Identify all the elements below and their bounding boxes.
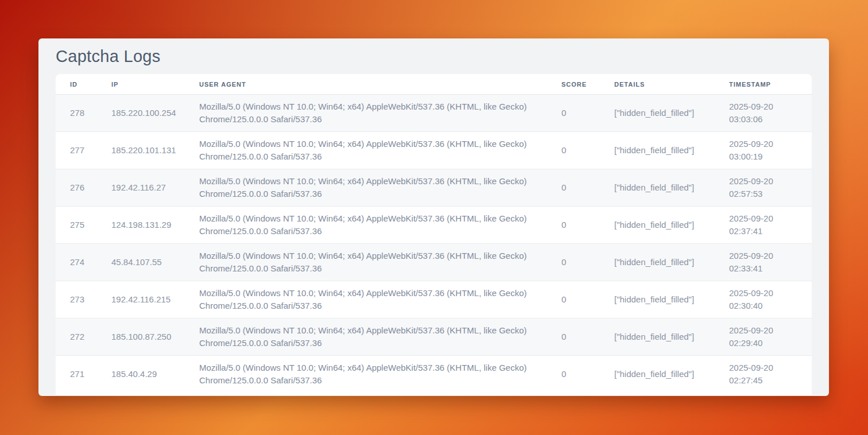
column-header-timestamp: TIMESTAMP [729,74,812,95]
cell-ip: 185.40.4.29 [111,356,199,393]
cell-timestamp: 2025-09-20 02:57:53 [729,169,812,207]
cell-details: ["hidden_field_filled"] [614,207,729,244]
table-row: 275 124.198.131.29 Mozilla/5.0 (Windows … [56,207,812,244]
cell-id: 273 [56,281,111,319]
cell-id: 271 [56,356,111,393]
cell-user-agent: Mozilla/5.0 (Windows NT 10.0; Win64; x64… [199,207,561,244]
cell-ip: 185.220.101.131 [111,132,199,169]
cell-ip: 185.100.87.250 [111,319,199,356]
table-body: 278 185.220.100.254 Mozilla/5.0 (Windows… [56,95,812,393]
cell-timestamp: 2025-09-20 02:30:40 [729,281,812,319]
cell-user-agent: Mozilla/5.0 (Windows NT 10.0; Win64; x64… [199,244,561,281]
cell-score: 0 [561,207,614,244]
captcha-logs-card: Captcha Logs IDIPUSER AGENTSCOREDETAILST… [38,38,829,396]
cell-id: 274 [56,244,111,281]
table-row: 277 185.220.101.131 Mozilla/5.0 (Windows… [56,132,812,169]
column-header-id: ID [56,74,111,95]
cell-score: 0 [561,319,614,356]
cell-timestamp: 2025-09-20 02:37:41 [729,207,812,244]
cell-details: ["hidden_field_filled"] [614,169,729,207]
column-header-details: DETAILS [614,74,729,95]
table-header-row: IDIPUSER AGENTSCOREDETAILSTIMESTAMP [56,74,812,95]
table-row: 278 185.220.100.254 Mozilla/5.0 (Windows… [56,95,812,132]
page-title: Captcha Logs [38,38,829,74]
cell-timestamp: 2025-09-20 02:29:40 [729,319,812,356]
cell-details: ["hidden_field_filled"] [614,319,729,356]
cell-details: ["hidden_field_filled"] [614,281,729,319]
cell-score: 0 [561,95,614,132]
cell-user-agent: Mozilla/5.0 (Windows NT 10.0; Win64; x64… [199,132,561,169]
cell-score: 0 [561,132,614,169]
cell-score: 0 [561,281,614,319]
cell-ip: 185.220.100.254 [111,95,199,132]
cell-details: ["hidden_field_filled"] [614,95,729,132]
cell-ip: 124.198.131.29 [111,207,199,244]
table-row: 271 185.40.4.29 Mozilla/5.0 (Windows NT … [56,356,812,393]
column-header-score: SCORE [561,74,614,95]
cell-timestamp: 2025-09-20 03:00:19 [729,132,812,169]
cell-timestamp: 2025-09-20 02:27:45 [729,356,812,393]
table-row: 273 192.42.116.215 Mozilla/5.0 (Windows … [56,281,812,319]
cell-details: ["hidden_field_filled"] [614,356,729,393]
cell-user-agent: Mozilla/5.0 (Windows NT 10.0; Win64; x64… [199,281,561,319]
table-row: 272 185.100.87.250 Mozilla/5.0 (Windows … [56,319,812,356]
cell-details: ["hidden_field_filled"] [614,244,729,281]
cell-user-agent: Mozilla/5.0 (Windows NT 10.0; Win64; x64… [199,356,561,393]
cell-id: 278 [56,95,111,132]
cell-ip: 192.42.116.215 [111,281,199,319]
column-header-user_agent: USER AGENT [199,74,561,95]
cell-id: 272 [56,319,111,356]
cell-score: 0 [561,356,614,393]
cell-timestamp: 2025-09-20 02:33:41 [729,244,812,281]
cell-timestamp: 2025-09-20 03:03:06 [729,95,812,132]
cell-ip: 192.42.116.27 [111,169,199,207]
cell-details: ["hidden_field_filled"] [614,132,729,169]
cell-score: 0 [561,244,614,281]
cell-user-agent: Mozilla/5.0 (Windows NT 10.0; Win64; x64… [199,95,561,132]
cell-id: 275 [56,207,111,244]
table-row: 276 192.42.116.27 Mozilla/5.0 (Windows N… [56,169,812,207]
logs-table: IDIPUSER AGENTSCOREDETAILSTIMESTAMP 278 … [56,74,812,393]
cell-score: 0 [561,169,614,207]
column-header-ip: IP [111,74,199,95]
cell-user-agent: Mozilla/5.0 (Windows NT 10.0; Win64; x64… [199,319,561,356]
cell-id: 277 [56,132,111,169]
cell-user-agent: Mozilla/5.0 (Windows NT 10.0; Win64; x64… [199,169,561,207]
table-row: 274 45.84.107.55 Mozilla/5.0 (Windows NT… [56,244,812,281]
cell-ip: 45.84.107.55 [111,244,199,281]
cell-id: 276 [56,169,111,207]
table-header: IDIPUSER AGENTSCOREDETAILSTIMESTAMP [56,74,812,95]
logs-table-container: IDIPUSER AGENTSCOREDETAILSTIMESTAMP 278 … [56,74,812,395]
